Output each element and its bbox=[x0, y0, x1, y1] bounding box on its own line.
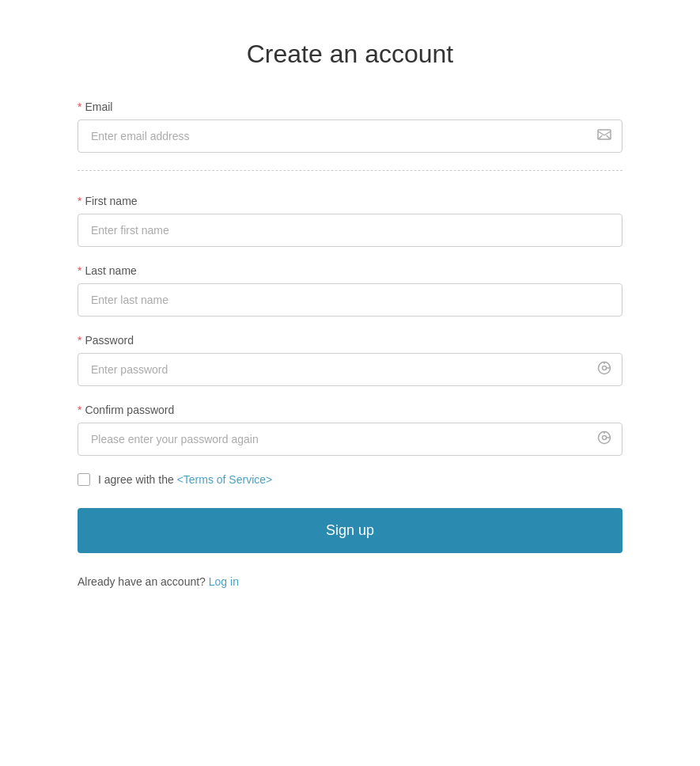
first-name-input[interactable] bbox=[78, 214, 622, 247]
login-prompt-text: Already have an account? bbox=[78, 575, 206, 588]
email-label: * Email bbox=[78, 100, 622, 113]
password-field-group: * Password bbox=[78, 334, 622, 386]
last-name-label: * Last name bbox=[78, 264, 622, 277]
email-input-wrapper bbox=[78, 119, 622, 153]
email-label-text: Email bbox=[85, 100, 112, 113]
password-required-star: * bbox=[78, 334, 81, 347]
first-name-label: * First name bbox=[78, 195, 622, 207]
confirm-password-input[interactable] bbox=[78, 423, 622, 456]
signup-button[interactable]: Sign up bbox=[78, 508, 622, 553]
first-name-required-star: * bbox=[78, 195, 81, 207]
password-input[interactable] bbox=[78, 353, 622, 386]
last-name-input-wrapper bbox=[78, 283, 622, 317]
terms-label[interactable]: I agree with the <Terms of Service> bbox=[98, 473, 272, 486]
login-link[interactable]: Log in bbox=[209, 575, 239, 588]
last-name-required-star: * bbox=[78, 264, 81, 277]
password-input-wrapper bbox=[78, 353, 622, 386]
last-name-label-text: Last name bbox=[85, 264, 136, 277]
confirm-password-label: * Confirm password bbox=[78, 404, 622, 416]
login-row: Already have an account? Log in bbox=[78, 575, 622, 588]
email-input[interactable] bbox=[78, 119, 622, 153]
confirm-password-input-wrapper bbox=[78, 423, 622, 456]
terms-row: I agree with the <Terms of Service> bbox=[78, 473, 622, 486]
page-title: Create an account bbox=[78, 40, 622, 69]
first-name-input-wrapper bbox=[78, 214, 622, 247]
form-container: Create an account * Email * First na bbox=[16, 16, 684, 635]
email-field-group: * Email bbox=[78, 100, 622, 153]
confirm-password-required-star: * bbox=[78, 404, 81, 416]
terms-text: I agree with the bbox=[98, 473, 177, 486]
password-label-text: Password bbox=[85, 334, 133, 347]
confirm-password-label-text: Confirm password bbox=[85, 404, 174, 416]
password-label: * Password bbox=[78, 334, 622, 347]
confirm-password-field-group: * Confirm password bbox=[78, 404, 622, 456]
terms-checkbox[interactable] bbox=[78, 473, 90, 486]
first-name-field-group: * First name bbox=[78, 195, 622, 247]
last-name-input[interactable] bbox=[78, 283, 622, 317]
section-divider bbox=[78, 170, 622, 171]
terms-link[interactable]: <Terms of Service> bbox=[177, 473, 273, 486]
first-name-label-text: First name bbox=[85, 195, 137, 207]
last-name-field-group: * Last name bbox=[78, 264, 622, 317]
email-required-star: * bbox=[78, 100, 81, 113]
